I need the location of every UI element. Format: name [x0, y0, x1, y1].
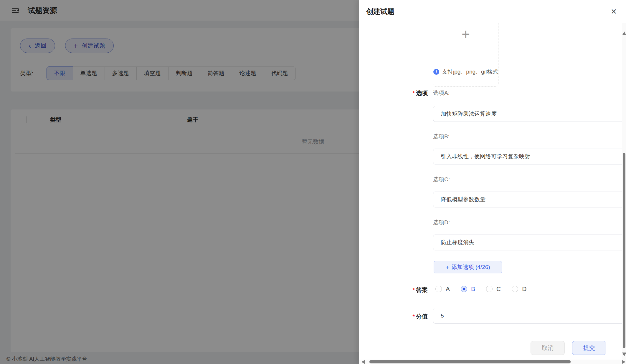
image-upload-box[interactable]: + — [433, 23, 498, 87]
option-c-input[interactable]: 降低模型参数数量 — [433, 192, 626, 207]
answer-radio-c[interactable]: C — [486, 285, 501, 292]
upload-hint-text: 支持jpg、png、gif格式 — [442, 68, 498, 76]
vertical-scrollbar[interactable] — [622, 23, 626, 360]
upload-hint: i 支持jpg、png、gif格式 — [433, 68, 498, 76]
score-value: 5 — [441, 313, 444, 319]
scroll-right-arrow-icon[interactable] — [622, 360, 625, 364]
drawer-title: 创建试题 — [366, 7, 394, 16]
add-option-button[interactable]: + 添加选项 (4/26) — [434, 261, 502, 273]
add-option-label: 添加选项 (4/26) — [452, 263, 490, 271]
option-a-label: 选项A: — [433, 89, 450, 97]
vertical-scrollbar-thumb[interactable] — [623, 153, 625, 348]
required-asterisk: * — [413, 90, 415, 96]
option-a-input[interactable]: 加快矩阵乘法运算速度 — [433, 106, 626, 122]
scroll-down-arrow-icon[interactable] — [622, 353, 626, 356]
score-input[interactable]: 5 — [433, 308, 626, 324]
horizontal-scrollbar[interactable] — [359, 360, 626, 364]
info-icon: i — [433, 69, 439, 75]
answer-radio-b[interactable]: B — [461, 285, 475, 292]
option-c-label: 选项C: — [433, 176, 450, 183]
radio-label-a: A — [446, 285, 450, 292]
option-c-value: 降低模型参数数量 — [441, 196, 485, 203]
radio-label-c: C — [496, 285, 501, 292]
required-asterisk: * — [413, 313, 415, 320]
option-b-input[interactable]: 引入非线性，使网络可学习复杂映射 — [433, 149, 626, 164]
answer-radio-d[interactable]: D — [512, 285, 526, 292]
answer-radio-a[interactable]: A — [435, 285, 450, 292]
required-asterisk: * — [413, 287, 415, 293]
submit-button[interactable]: 提交 — [572, 341, 606, 355]
create-question-drawer: 创建试题 ✕ + i 支持jpg、png、gif格式 *选项 选项A: 加快矩阵… — [359, 0, 626, 364]
radio-circle — [435, 286, 442, 292]
score-field-label: *分值 — [359, 313, 428, 320]
scroll-up-arrow-icon[interactable] — [622, 31, 626, 35]
radio-circle — [486, 286, 493, 292]
option-b-label: 选项B: — [433, 133, 450, 140]
drawer-body: + i 支持jpg、png、gif格式 *选项 选项A: 加快矩阵乘法运算速度 … — [359, 23, 626, 336]
horizontal-scrollbar-thumb[interactable] — [369, 360, 571, 363]
option-d-value: 防止梯度消失 — [441, 239, 474, 246]
radio-label-d: D — [522, 285, 526, 292]
close-icon[interactable]: ✕ — [611, 8, 617, 15]
option-b-value: 引入非线性，使网络可学习复杂映射 — [441, 153, 530, 160]
radio-circle — [512, 286, 518, 292]
answer-radio-group: A B C D — [435, 285, 537, 292]
plus-icon: + — [445, 264, 449, 271]
scroll-left-arrow-icon[interactable] — [361, 360, 365, 364]
option-d-input[interactable]: 防止梯度消失 — [433, 235, 626, 250]
cancel-button[interactable]: 取消 — [531, 341, 565, 355]
upload-plus-icon: + — [433, 27, 498, 41]
radio-label-b: B — [471, 285, 475, 292]
options-field-label: *选项 — [359, 89, 428, 97]
drawer-header: 创建试题 ✕ — [359, 0, 626, 23]
option-d-label: 选项D: — [433, 219, 450, 226]
answer-field-label: *答案 — [359, 286, 428, 294]
radio-circle-checked — [461, 286, 467, 292]
option-a-value: 加快矩阵乘法运算速度 — [441, 110, 497, 118]
drawer-footer: 取消 提交 — [359, 336, 626, 360]
